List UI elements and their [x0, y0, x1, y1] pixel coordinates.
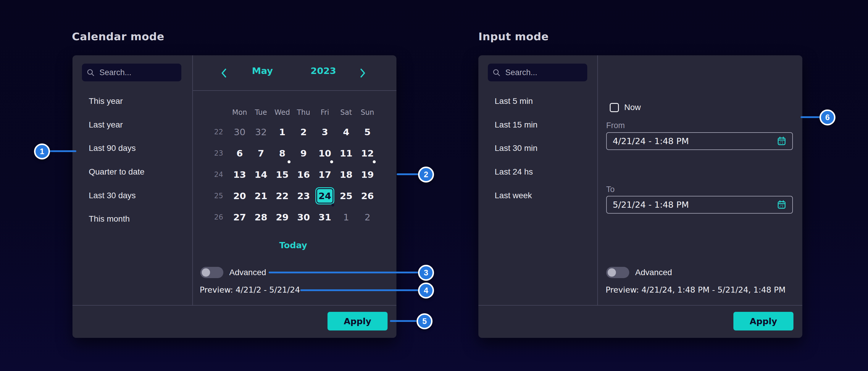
search-icon [493, 69, 501, 76]
input-mode-title: Input mode [478, 30, 549, 42]
day-cell[interactable]: 27 [229, 207, 250, 228]
today-link[interactable]: Today [208, 240, 378, 250]
annotation-line-1 [50, 150, 76, 152]
now-checkbox[interactable] [610, 103, 619, 112]
preview-text: Preview: 4/21/2 - 5/21/24 [200, 285, 300, 295]
day-cell[interactable]: 1 [272, 121, 293, 143]
day-cell[interactable]: 1 [336, 207, 357, 228]
from-field [606, 132, 793, 150]
day-cell[interactable]: 3 [314, 121, 336, 143]
to-input[interactable] [612, 199, 773, 210]
week-number: 26 [208, 207, 229, 228]
event-dot [373, 160, 376, 163]
now-row: Now [610, 103, 641, 112]
day-cell[interactable]: 19 [357, 164, 378, 185]
day-cell[interactable]: 25 [336, 185, 357, 207]
day-cell-with-event[interactable]: 8 [272, 143, 293, 164]
annotation-badge-2: 2 [418, 166, 434, 183]
day-cell[interactable]: 14 [250, 164, 272, 185]
day-cell[interactable]: 2 [293, 121, 314, 143]
preview-text: Preview: 4/21/24, 1:48 PM - 5/21/24, 1:4… [606, 285, 785, 295]
advanced-toggle[interactable] [200, 267, 223, 278]
day-cell[interactable]: 7 [250, 143, 272, 164]
month-label[interactable]: May [252, 65, 273, 76]
day-cell[interactable]: 4 [336, 121, 357, 143]
footer-divider [72, 305, 396, 306]
weekday-header: Wed [272, 103, 293, 121]
week-number: 25 [208, 185, 229, 207]
day-cell[interactable]: 17 [314, 164, 336, 185]
preset-last-24-hs[interactable]: Last 24 hs [478, 160, 802, 184]
search-input-wrapper [488, 64, 587, 81]
footer-divider [478, 305, 802, 306]
chevron-right-icon[interactable] [358, 68, 368, 79]
day-cell[interactable]: 18 [336, 164, 357, 185]
annotation-line-5 [390, 320, 416, 322]
day-cell[interactable]: 13 [229, 164, 250, 185]
week-number-header [208, 103, 229, 121]
calendar-header: May 2023 [192, 55, 396, 91]
to-field [606, 196, 793, 214]
day-cell[interactable]: 30 [293, 207, 314, 228]
week-number: 24 [208, 164, 229, 185]
toggle-knob [608, 268, 616, 277]
weekday-header: Sat [336, 103, 357, 121]
day-cell[interactable]: 32 [250, 121, 272, 143]
day-cell[interactable]: 11 [336, 143, 357, 164]
day-cell[interactable]: 30 [229, 121, 250, 143]
weekday-header: Fri [314, 103, 336, 121]
weekday-header: Sun [357, 103, 378, 121]
day-cell[interactable]: 26 [357, 185, 378, 207]
annotation-line-3 [269, 272, 418, 273]
advanced-toggle[interactable] [606, 267, 629, 278]
weekday-header: Tue [250, 103, 272, 121]
day-cell[interactable]: 22 [272, 185, 293, 207]
week-number: 23 [208, 143, 229, 164]
calendar-icon[interactable] [776, 199, 787, 210]
input-mode-panel: Last 5 min Last 15 min Last 30 min Last … [478, 55, 802, 338]
search-input[interactable] [505, 68, 583, 78]
day-cell[interactable]: 28 [250, 207, 272, 228]
day-cell[interactable]: 2 [357, 207, 378, 228]
day-cell-selected[interactable]: 24 [314, 185, 336, 207]
day-cell[interactable]: 31 [314, 207, 336, 228]
chevron-left-icon[interactable] [218, 68, 229, 79]
day-cell[interactable]: 5 [357, 121, 378, 143]
annotation-badge-5: 5 [416, 313, 433, 329]
search-input-wrapper [82, 64, 181, 81]
now-label: Now [624, 103, 641, 112]
event-dot [331, 204, 334, 207]
day-cell[interactable]: 9 [293, 143, 314, 164]
annotation-badge-3: 3 [418, 265, 434, 281]
day-cell[interactable]: 6 [229, 143, 250, 164]
weekday-header: Thu [293, 103, 314, 121]
day-cell-with-event[interactable]: 12 [357, 143, 378, 164]
to-label: To [606, 185, 615, 194]
day-cell[interactable]: 15 [272, 164, 293, 185]
calendar-icon[interactable] [776, 136, 787, 147]
from-input[interactable] [612, 136, 773, 147]
day-cell[interactable]: 23 [293, 185, 314, 207]
day-cell[interactable]: 20 [229, 185, 250, 207]
apply-button[interactable]: Apply [734, 312, 794, 331]
annotation-line-4 [300, 289, 418, 291]
search-input[interactable] [99, 68, 177, 78]
week-number: 22 [208, 121, 229, 143]
year-label[interactable]: 2023 [311, 65, 336, 76]
annotation-badge-6: 6 [819, 110, 835, 125]
annotation-line-2 [397, 174, 418, 175]
annotation-badge-1: 1 [34, 144, 50, 159]
from-label: From [606, 121, 625, 130]
day-cell[interactable]: 21 [250, 185, 272, 207]
day-cell-with-event[interactable]: 10 [314, 143, 336, 164]
day-cell[interactable]: 29 [272, 207, 293, 228]
toggle-knob [202, 268, 210, 277]
apply-button[interactable]: Apply [328, 312, 388, 331]
calendar-grid: Mon Tue Wed Thu Fri Sat Sun 22 30 32 1 2… [208, 103, 378, 228]
annotation-badge-4: 4 [418, 282, 434, 299]
event-dot [287, 160, 290, 163]
advanced-label: Advanced [229, 268, 266, 277]
day-cell[interactable]: 16 [293, 164, 314, 185]
advanced-row: Advanced [200, 267, 266, 278]
calendar-mode-panel: This year Last year Last 90 days Quarter… [72, 55, 396, 338]
